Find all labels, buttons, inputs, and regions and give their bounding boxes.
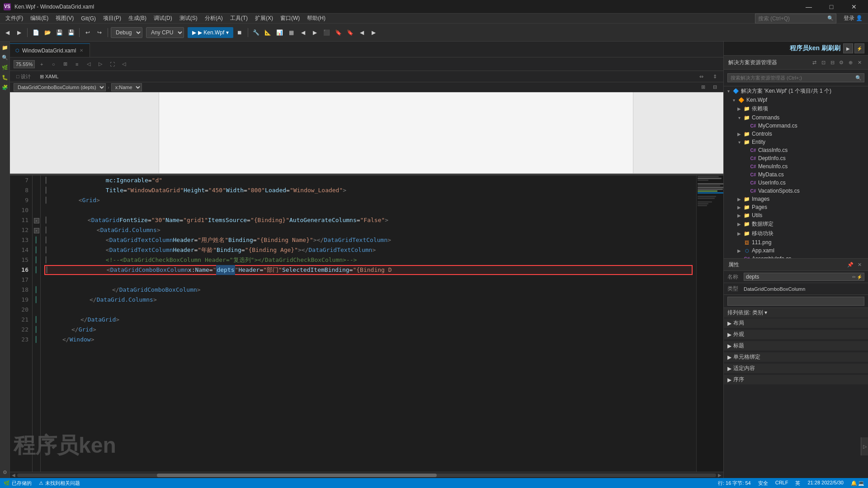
fitcontent-group-header[interactable]: ▶ 适定内容 (724, 364, 868, 373)
tool3-button[interactable]: 📊 (274, 27, 285, 38)
menu-debug[interactable]: 调试(D) (150, 14, 176, 24)
list-view-button[interactable]: ≡ (72, 59, 82, 69)
tree-menuinfo[interactable]: ▶ C# MenuInfo.cs (724, 162, 868, 171)
appearance-group-header[interactable]: ▶ 外观 (724, 330, 868, 339)
tab-close-button[interactable]: ✕ (79, 47, 84, 54)
tree-pages[interactable]: ▶ 📁 Pages (724, 203, 868, 211)
tree-userinfo[interactable]: ▶ C# UserInfo.cs (724, 179, 868, 187)
tree-mycommand[interactable]: ▶ C# MyCommand.cs (724, 122, 868, 130)
back-button[interactable]: ◀ (2, 27, 13, 38)
new-project-button[interactable]: 📄 (30, 27, 41, 38)
tool6-button[interactable]: ▶ (310, 27, 321, 38)
user-account[interactable]: 登录 👤 (840, 14, 866, 24)
cursor-position[interactable]: 行: 16 字节: 54 (718, 480, 751, 487)
debug-mode-dropdown[interactable]: Debug (111, 27, 142, 38)
close-button[interactable]: ✕ (844, 0, 864, 14)
menu-window[interactable]: 窗口(W) (277, 14, 303, 24)
horizontal-scrollbar[interactable]: ◀ ▶ (10, 472, 723, 478)
scroll-track[interactable] (17, 474, 716, 477)
align-right-button[interactable]: ▷ (95, 59, 105, 69)
editor-mode[interactable]: 安全 (758, 480, 768, 487)
props-expand-button[interactable]: ▷ (861, 437, 868, 455)
menu-test[interactable]: 测试(S) (176, 14, 201, 24)
search-input[interactable] (755, 14, 836, 24)
grid-view-button[interactable]: ⊞ (60, 59, 70, 69)
zoom-reset-button[interactable]: ○ (48, 59, 58, 69)
tool8-button[interactable]: 🔖 (333, 27, 344, 38)
align-left-button[interactable]: ◁ (84, 59, 94, 69)
collapse-icon[interactable]: ⇕ (710, 71, 720, 81)
tree-controls[interactable]: ▶ 📁 Controls (724, 130, 868, 138)
zoom-level[interactable]: 75.55% (14, 60, 35, 68)
tree-movefunc[interactable]: ▶ 📁 移动功块 (724, 229, 868, 238)
language-indicator[interactable]: 英 (795, 480, 800, 487)
menu-help[interactable]: 帮助(H) (303, 14, 329, 24)
props-search-input[interactable] (727, 297, 864, 306)
tab-design[interactable]: □ 设计 (14, 72, 33, 81)
props-pin-button[interactable]: 📌 (846, 261, 854, 269)
order-group-header[interactable]: ▶ 序序 (724, 375, 868, 384)
tool4-button[interactable]: ▦ (286, 27, 297, 38)
cellbinding-group-header[interactable]: ▶ 单元格绑定 (724, 352, 868, 362)
se-new-button[interactable]: ⊕ (846, 58, 854, 66)
breadcrumb-right-dropdown[interactable]: x:Name (111, 83, 142, 91)
tool2-button[interactable]: 📐 (263, 27, 274, 38)
status-errors[interactable]: ⚠ 未找到相关问题 (39, 480, 80, 487)
undo-button[interactable]: ↩ (82, 27, 93, 38)
tree-project[interactable]: ▾ 🔶 Ken.Wpf (724, 96, 868, 104)
scroll-thumb[interactable] (157, 474, 436, 477)
status-git[interactable]: 🌿 已存储的 (4, 480, 32, 487)
redo-button[interactable]: ↪ (94, 27, 105, 38)
promo-btn1[interactable]: ▶ (843, 43, 853, 53)
activity-settings[interactable]: ⚙ (1, 468, 9, 476)
stop-button[interactable]: ⏹ (234, 27, 245, 38)
props-name-value-box[interactable]: depts ✏ ⚡ (744, 273, 864, 281)
menu-analyze[interactable]: 分析(A) (201, 14, 226, 24)
open-button[interactable]: 📂 (42, 27, 53, 38)
save-all-button[interactable]: 💾 (66, 27, 76, 38)
menu-view[interactable]: 视图(V) (52, 14, 77, 24)
se-collapse-button[interactable]: ⊟ (828, 58, 836, 66)
activity-explorer[interactable]: 📁 (1, 43, 9, 52)
tree-images[interactable]: ▶ 📁 Images (724, 195, 868, 203)
activity-source[interactable]: 🌿 (1, 63, 9, 71)
header-group-header[interactable]: ▶ 标题 (724, 341, 868, 351)
tree-assemblyinfo[interactable]: ▶ C# AssemblyInfo.cs (724, 255, 868, 258)
menu-project[interactable]: 项目(P) (99, 14, 125, 24)
se-search-input[interactable] (727, 73, 864, 82)
forward-button[interactable]: ▶ (14, 27, 24, 38)
tree-dependencies[interactable]: ▶ 📁 依赖项 (724, 104, 868, 114)
menu-extensions[interactable]: 扩展(X) (251, 14, 277, 24)
save-button[interactable]: 💾 (54, 27, 65, 38)
run-button[interactable]: ▶ ▶ Ken.Wpf ▾ (188, 27, 233, 38)
menu-edit[interactable]: 编辑(E) (27, 14, 52, 24)
tool5-button[interactable]: ◀ (298, 27, 309, 38)
tree-classinfo[interactable]: ▶ C# ClassInfo.cs (724, 146, 868, 154)
tree-deptinfo[interactable]: ▶ C# DeptInfo.cs (724, 154, 868, 162)
tree-mydata[interactable]: ▶ C# MyData.cs (724, 171, 868, 179)
tab-xaml[interactable]: ⊞ XAML (37, 73, 61, 81)
promo-btn2[interactable]: ⚡ (854, 43, 864, 53)
menu-file[interactable]: 文件(F) (2, 14, 27, 24)
tree-utils[interactable]: ▶ 📁 Utils (724, 211, 868, 219)
tree-commands[interactable]: ▾ 📁 Commands (724, 114, 868, 122)
maximize-button[interactable]: □ (821, 0, 842, 14)
activity-search[interactable]: 🔍 (1, 53, 9, 62)
tree-databinding[interactable]: ▶ 📁 数据绑定 (724, 219, 868, 229)
activity-extensions[interactable]: 🧩 (1, 83, 9, 91)
fit-button[interactable]: ⛶ (107, 59, 117, 69)
tree-entity[interactable]: ▾ 📁 Entity (724, 138, 868, 146)
tool11-button[interactable]: ▶ (368, 27, 379, 38)
menu-git[interactable]: Git(G) (77, 14, 99, 24)
line-encoding[interactable]: CRLF (775, 480, 788, 487)
platform-dropdown[interactable]: Any CPU (146, 27, 184, 38)
tool7-button[interactable]: ⬛ (321, 27, 332, 38)
layout-group-header[interactable]: ▶ 布局 (724, 318, 868, 328)
props-close-button[interactable]: ✕ (855, 261, 863, 269)
se-sync-button[interactable]: ⇄ (810, 58, 818, 66)
se-filter-button[interactable]: ⊡ (819, 58, 827, 66)
tool1-button[interactable]: 🔧 (251, 27, 262, 38)
se-close-button[interactable]: ✕ (855, 58, 863, 66)
menu-tools[interactable]: 工具(T) (226, 14, 251, 24)
props-flash-icon[interactable]: ⚡ (857, 275, 862, 280)
